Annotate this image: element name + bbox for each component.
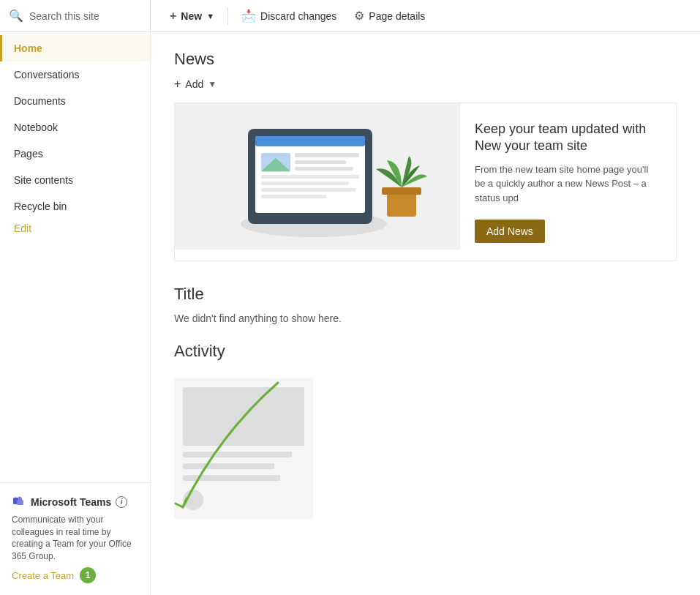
activity-line-3 (183, 475, 280, 481)
svg-rect-16 (261, 182, 349, 185)
badge-number: 1 (80, 567, 96, 583)
news-card: Keep your team updated with New your tea… (174, 102, 677, 261)
sidebar-item-conversations[interactable]: Conversations (0, 61, 150, 88)
sidebar-item-notebook[interactable]: Notebook (0, 114, 150, 141)
svg-rect-7 (255, 136, 365, 213)
page-details-button[interactable]: ⚙ Page details (347, 4, 432, 27)
news-headline: Keep your team updated with New your tea… (475, 121, 661, 155)
main-layout: Home Conversations Documents Notebook Pa… (0, 32, 700, 595)
activity-title: Activity (174, 342, 677, 361)
svg-rect-17 (261, 188, 356, 192)
sidebar-item-pages[interactable]: Pages (0, 141, 150, 167)
add-icon: + (174, 78, 181, 91)
gear-icon: ⚙ (354, 9, 364, 23)
sidebar-item-documents[interactable]: Documents (0, 88, 150, 114)
add-bar[interactable]: + Add ▼ (174, 78, 677, 91)
news-illustration (175, 103, 460, 250)
news-image (175, 103, 460, 250)
svg-point-2 (18, 496, 22, 500)
teams-icon (12, 495, 26, 509)
sidebar-edit-link[interactable]: Edit (0, 220, 150, 242)
title-section: Title We didn't find anything to show he… (174, 285, 677, 324)
sidebar-item-site-contents[interactable]: Site contents (0, 167, 150, 193)
sidebar-item-recycle-bin[interactable]: Recycle bin (0, 193, 150, 220)
teams-footer: Microsoft Teams i Communicate with your … (0, 482, 150, 595)
activity-avatar (183, 490, 203, 510)
title-heading: Title (174, 285, 677, 304)
activity-avatar-row (183, 490, 304, 510)
plus-icon: + (170, 10, 176, 23)
svg-rect-20 (382, 187, 421, 195)
sidebar: Home Conversations Documents Notebook Pa… (0, 32, 151, 595)
title-subtitle: We didn't find anything to show here. (174, 313, 677, 324)
teams-header: Microsoft Teams i (12, 495, 138, 509)
svg-point-3 (15, 497, 18, 500)
add-news-button[interactable]: Add News (475, 220, 545, 243)
activity-image-placeholder (183, 387, 304, 446)
toolbar: 🔍 Search this site + New ▼ 📩 Discard cha… (0, 0, 700, 32)
teams-title: Microsoft Teams (31, 496, 111, 508)
toolbar-actions: + New ▼ 📩 Discard changes ⚙ Page details (151, 0, 444, 31)
svg-rect-15 (261, 175, 359, 179)
svg-rect-12 (295, 167, 353, 171)
add-label: Add (185, 78, 203, 90)
svg-rect-14 (261, 171, 290, 172)
new-button[interactable]: + New ▼ (162, 5, 222, 27)
svg-rect-8 (255, 136, 365, 146)
divider (227, 7, 228, 25)
search-text: Search this site (29, 10, 99, 22)
search-icon: 🔍 (9, 9, 23, 23)
create-team-link[interactable]: Create a Team (12, 570, 74, 581)
info-icon[interactable]: i (116, 496, 127, 508)
teams-description: Communicate with your colleagues in real… (12, 514, 138, 563)
activity-line-2 (183, 463, 274, 469)
news-body: From the new team site home page you'll … (475, 162, 661, 206)
svg-rect-19 (387, 191, 416, 217)
svg-rect-10 (295, 153, 359, 157)
activity-placeholder (174, 373, 677, 519)
svg-rect-18 (261, 195, 327, 198)
activity-card (174, 378, 313, 519)
svg-rect-1 (17, 500, 23, 505)
svg-rect-11 (295, 160, 346, 164)
activity-section: Activity (174, 342, 677, 519)
news-title: News (174, 50, 677, 69)
chevron-down-icon: ▼ (208, 79, 217, 89)
discard-changes-button[interactable]: 📩 Discard changes (234, 4, 344, 27)
page-details-label: Page details (369, 10, 425, 22)
main-content: News + Add ▼ (151, 32, 700, 595)
news-text-panel: Keep your team updated with New your tea… (460, 103, 676, 261)
discard-icon: 📩 (241, 9, 256, 23)
activity-line-1 (183, 452, 292, 457)
search-bar[interactable]: 🔍 Search this site (0, 0, 151, 32)
chevron-down-icon: ▼ (206, 12, 214, 20)
teams-section: Microsoft Teams i Communicate with your … (12, 495, 138, 583)
sidebar-item-home[interactable]: Home (0, 35, 150, 61)
discard-label: Discard changes (260, 10, 336, 22)
news-section: News + Add ▼ (174, 50, 677, 261)
new-label: New (181, 10, 202, 22)
